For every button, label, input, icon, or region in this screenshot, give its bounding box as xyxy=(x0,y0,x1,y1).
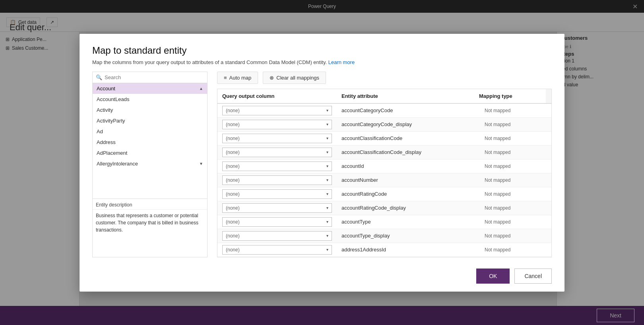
entity-label-activityparty: ActivityParty xyxy=(97,118,125,124)
entity-item-address[interactable]: Address xyxy=(93,137,207,148)
header-scrollbar-spacer xyxy=(546,89,551,103)
entity-label-adplacement: AdPlacement xyxy=(97,150,127,156)
col-header-query: Query output column xyxy=(217,89,337,103)
entity-desc-box: Business that represents a customer or p… xyxy=(93,209,207,257)
row-5-select-cell[interactable]: (none) ▾ xyxy=(217,173,337,187)
entity-label-activity: Activity xyxy=(97,107,113,113)
row-10-select-value: (none) xyxy=(226,247,323,253)
entity-item-activityparty[interactable]: ActivityParty xyxy=(93,115,207,126)
row-6-select-cell[interactable]: (none) ▾ xyxy=(217,187,337,201)
row-10-mapping: Not mapped xyxy=(480,245,551,255)
row-1-select-cell[interactable]: (none) ▾ xyxy=(217,118,337,131)
dialog-header: Map to standard entity Map the columns f… xyxy=(80,34,564,72)
row-3-select[interactable]: (none) ▾ xyxy=(222,148,332,157)
row-3-attribute: accountClassificationCode_display xyxy=(337,147,480,157)
row-9-attribute: accountType_display xyxy=(337,231,480,241)
entity-item-accountleads[interactable]: AccountLeads xyxy=(93,94,207,105)
entity-item-activity[interactable]: Activity xyxy=(93,105,207,115)
row-1-select[interactable]: (none) ▾ xyxy=(222,120,332,129)
entity-sidebar: 🔍 Account ▲ AccountLeads Activity xyxy=(92,72,208,257)
entity-label-allergyintolerance: AllergyIntolerance xyxy=(97,161,138,167)
row-9-dropdown-arrow: ▾ xyxy=(326,234,328,238)
row-1-select-value: (none) xyxy=(226,122,323,127)
entity-item-ad[interactable]: Ad xyxy=(93,126,207,137)
auto-map-label: Auto map xyxy=(229,75,252,81)
row-1-mapping: Not mapped xyxy=(480,120,551,129)
ok-button[interactable]: OK xyxy=(476,269,510,284)
row-9-select[interactable]: (none) ▾ xyxy=(222,231,332,241)
dialog-title: Map to standard entity xyxy=(92,45,552,56)
entity-label-ad: Ad xyxy=(97,128,103,134)
table-row: (none) ▾ accountNumber Not mapped xyxy=(217,173,551,187)
mapping-table-header: Query output column Entity attribute Map… xyxy=(217,89,551,104)
entity-search-container: 🔍 xyxy=(93,72,207,83)
row-3-select-value: (none) xyxy=(226,150,323,155)
row-3-mapping: Not mapped xyxy=(480,148,551,157)
table-row: (none) ▾ address1AddressId Not mapped xyxy=(217,243,551,257)
row-10-select[interactable]: (none) ▾ xyxy=(222,245,332,255)
row-0-select-value: (none) xyxy=(226,108,323,113)
row-1-attribute: accountCategoryCode_display xyxy=(337,119,480,129)
table-row: (none) ▾ accountRatingCode_display Not m… xyxy=(217,201,551,215)
map-entity-dialog: Map to standard entity Map the columns f… xyxy=(80,34,564,292)
auto-map-button[interactable]: ≡ Auto map xyxy=(217,72,258,84)
row-9-select-value: (none) xyxy=(226,233,323,239)
row-0-attribute: accountCategoryCode xyxy=(337,105,480,115)
row-0-dropdown-arrow: ▾ xyxy=(326,108,328,113)
row-5-select-value: (none) xyxy=(226,177,323,183)
row-7-select[interactable]: (none) ▾ xyxy=(222,203,332,213)
row-4-select-cell[interactable]: (none) ▾ xyxy=(217,160,337,173)
auto-map-icon: ≡ xyxy=(224,75,227,81)
table-row: (none) ▾ accountId Not mapped xyxy=(217,160,551,173)
search-icon: 🔍 xyxy=(96,74,102,80)
row-8-mapping: Not mapped xyxy=(480,217,551,227)
entity-list: Account ▲ AccountLeads Activity Activity… xyxy=(93,83,207,199)
row-4-select[interactable]: (none) ▾ xyxy=(222,162,332,171)
col-header-mapping: Mapping type xyxy=(474,89,546,103)
mapping-table-body[interactable]: (none) ▾ accountCategoryCode Not mapped xyxy=(217,104,551,257)
row-7-dropdown-arrow: ▾ xyxy=(326,206,328,210)
row-8-attribute: accountType xyxy=(337,217,480,227)
row-2-select[interactable]: (none) ▾ xyxy=(222,134,332,143)
row-4-attribute: accountId xyxy=(337,161,480,171)
row-3-dropdown-arrow: ▾ xyxy=(326,150,328,154)
row-10-dropdown-arrow: ▾ xyxy=(326,247,328,252)
row-5-dropdown-arrow: ▾ xyxy=(326,178,328,182)
row-3-select-cell[interactable]: (none) ▾ xyxy=(217,146,337,159)
clear-label: Clear all mappings xyxy=(276,75,319,81)
row-6-select[interactable]: (none) ▾ xyxy=(222,189,332,199)
entity-label-account: Account xyxy=(97,86,115,91)
search-input[interactable] xyxy=(105,74,204,80)
row-0-mapping: Not mapped xyxy=(480,106,551,115)
row-8-select-cell[interactable]: (none) ▾ xyxy=(217,215,337,229)
row-9-select-cell[interactable]: (none) ▾ xyxy=(217,229,337,243)
table-row: (none) ▾ accountType Not mapped xyxy=(217,215,551,229)
row-2-select-cell[interactable]: (none) ▾ xyxy=(217,132,337,145)
cancel-button[interactable]: Cancel xyxy=(514,269,552,284)
row-4-mapping: Not mapped xyxy=(480,162,551,171)
entity-item-adplacement[interactable]: AdPlacement xyxy=(93,148,207,158)
row-7-mapping: Not mapped xyxy=(480,203,551,213)
learn-more-link[interactable]: Learn more xyxy=(328,59,355,65)
row-2-dropdown-arrow: ▾ xyxy=(326,136,328,140)
dialog-subtitle-text: Map the columns from your query output t… xyxy=(92,59,327,65)
row-4-dropdown-arrow: ▾ xyxy=(326,164,328,168)
row-6-dropdown-arrow: ▾ xyxy=(326,192,328,196)
clear-mappings-button[interactable]: ⊗ Clear all mappings xyxy=(263,72,326,84)
entity-item-account[interactable]: Account ▲ xyxy=(93,83,207,94)
col-header-attribute: Entity attribute xyxy=(337,89,474,103)
row-10-select-cell[interactable]: (none) ▾ xyxy=(217,243,337,257)
row-7-attribute: accountRatingCode_display xyxy=(337,203,480,213)
modal-overlay: Map to standard entity Map the columns f… xyxy=(0,0,644,325)
entity-item-allergyintolerance[interactable]: AllergyIntolerance ▼ xyxy=(93,158,207,169)
table-row: (none) ▾ accountRatingCode Not mapped xyxy=(217,187,551,201)
row-7-select-cell[interactable]: (none) ▾ xyxy=(217,201,337,215)
row-10-attribute: address1AddressId xyxy=(337,245,480,255)
row-9-mapping: Not mapped xyxy=(480,231,551,241)
row-8-select[interactable]: (none) ▾ xyxy=(222,217,332,227)
entity-list-scroll-down-arrow: ▼ xyxy=(199,162,203,166)
row-0-select[interactable]: (none) ▾ xyxy=(222,106,332,115)
row-5-select[interactable]: (none) ▾ xyxy=(222,175,332,185)
row-0-select-cell[interactable]: (none) ▾ xyxy=(217,104,337,117)
row-2-select-value: (none) xyxy=(226,136,323,141)
